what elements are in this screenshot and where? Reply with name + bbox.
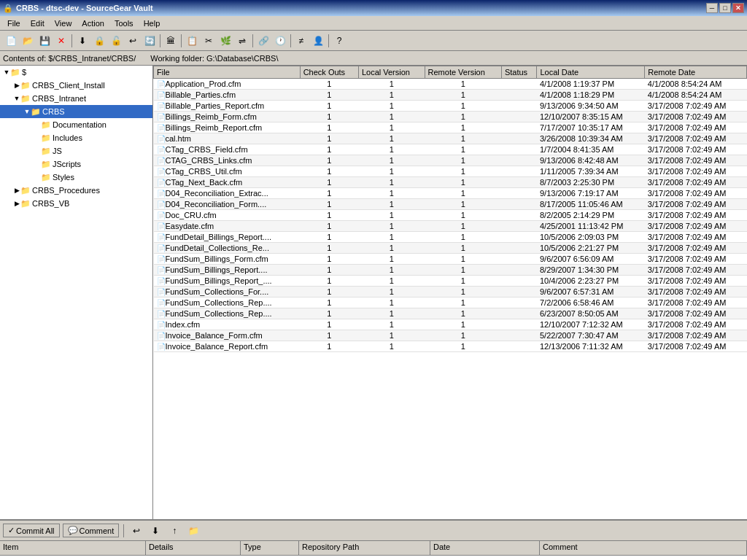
tb-branch-button[interactable]: 🌿	[217, 33, 233, 49]
tb-undo-button[interactable]: ↩	[125, 33, 141, 49]
table-row[interactable]: 📄CTag_CRBS_Field.cfm 1 1 1 1/7/2004 8:41…	[154, 144, 747, 155]
cell-checkouts-5: 1	[300, 133, 358, 144]
file-icon-21: 📄	[157, 310, 166, 318]
file-icon-3: 📄	[157, 113, 166, 121]
tb-copy-button[interactable]: 📋	[184, 33, 200, 49]
col-header-remote-date[interactable]: Remote Date	[645, 66, 747, 79]
table-row[interactable]: 📄FundDetail_Collections_Re... 1 1 1 10/5…	[154, 243, 747, 254]
tb-open-button[interactable]: 📂	[20, 33, 36, 49]
tb-delete-button[interactable]: ✕	[53, 33, 69, 49]
cell-local-date-3: 12/10/2007 8:35:15 AM	[537, 112, 645, 122]
table-row[interactable]: 📄Billable_Parties.cfm 1 1 1 4/1/2008 1:1…	[154, 90, 747, 101]
bottom-btn-1[interactable]: ↩	[128, 523, 144, 539]
tree-item-documentation[interactable]: 📁Documentation	[0, 118, 152, 131]
cell-local-date-21: 6/23/2007 8:50:05 AM	[537, 308, 645, 319]
menu-tools[interactable]: Tools	[110, 18, 138, 29]
table-row[interactable]: 📄Billings_Reimb_Report.cfm 1 1 1 7/17/20…	[154, 122, 747, 133]
tree-item-styles[interactable]: 📁Styles	[0, 171, 152, 184]
table-row[interactable]: 📄FundSum_Billings_Report.... 1 1 1 8/29/…	[154, 265, 747, 276]
cell-file-20: 📄FundSum_Collections_Rep....	[154, 298, 301, 308]
col-header-file[interactable]: File	[154, 66, 301, 79]
menu-action[interactable]: Action	[77, 18, 109, 29]
table-row[interactable]: 📄CTag_Next_Back.cfm 1 1 1 8/7/2003 2:25:…	[154, 177, 747, 188]
minimize-button[interactable]: ─	[706, 3, 718, 13]
cell-remote-7: 1	[425, 155, 501, 166]
tree-item-crbs[interactable]: ▼📁CRBS	[0, 105, 152, 118]
cell-remote-18: 1	[425, 276, 501, 287]
tb-help-button[interactable]: ?	[331, 33, 347, 49]
table-row[interactable]: 📄FundSum_Collections_Rep.... 1 1 1 7/2/2…	[154, 298, 747, 308]
tb-blame-button[interactable]: 👤	[310, 33, 326, 49]
bottom-btn-3[interactable]: ↑	[166, 523, 182, 539]
tree-item-crbs-vb[interactable]: ▶📁CRBS_VB	[0, 197, 152, 210]
cell-file-14: 📄FundDetail_Billings_Report....	[154, 232, 301, 243]
table-row[interactable]: 📄D04_Reconciliation_Extrac... 1 1 1 9/13…	[154, 188, 747, 199]
tree-item-includes[interactable]: 📁Includes	[0, 131, 152, 144]
table-row[interactable]: 📄Billable_Parties_Report.cfm 1 1 1 9/13/…	[154, 101, 747, 112]
cell-file-4: 📄Billings_Reimb_Report.cfm	[154, 122, 301, 133]
tb-history-button[interactable]: 🕐	[272, 33, 288, 49]
col-header-local-ver[interactable]: Local Version	[358, 66, 425, 79]
cell-remote-date-11: 3/17/2008 7:02:49 AM	[645, 199, 747, 210]
tree-item-crbs-procedures[interactable]: ▶📁CRBS_Procedures	[0, 184, 152, 197]
menu-edit[interactable]: Edit	[26, 18, 49, 29]
table-row[interactable]: 📄Invoice_Balance_Form.cfm 1 1 1 5/22/200…	[154, 330, 747, 341]
comment-icon: 💬	[68, 526, 78, 535]
table-row[interactable]: 📄Billings_Reimb_Form.cfm 1 1 1 12/10/200…	[154, 112, 747, 122]
table-row[interactable]: 📄CTAG_CRBS_Links.cfm 1 1 1 9/13/2006 8:4…	[154, 155, 747, 166]
menu-file[interactable]: File	[3, 18, 25, 29]
table-row[interactable]: 📄FundSum_Collections_Rep.... 1 1 1 6/23/…	[154, 308, 747, 319]
tb-vault-btn[interactable]: 🏛	[163, 33, 179, 49]
toggle-crbs-intranet[interactable]: ▼	[13, 95, 20, 102]
menu-help[interactable]: Help	[139, 18, 165, 29]
tb-save-button[interactable]: 💾	[36, 33, 53, 49]
tree-label-js: JS	[53, 147, 62, 155]
table-row[interactable]: 📄cal.htm 1 1 1 3/26/2008 10:39:34 AM 3/1…	[154, 133, 747, 144]
toggle-crbs[interactable]: ▼	[23, 108, 31, 115]
col-header-status[interactable]: Status	[501, 66, 537, 79]
comment-button[interactable]: 💬 Comment	[63, 524, 120, 537]
table-row[interactable]: 📄Application_Prod.cfm 1 1 1 4/1/2008 1:1…	[154, 79, 747, 90]
tb-get-latest-button[interactable]: ⬇	[74, 33, 90, 49]
tb-refresh-button[interactable]: 🔄	[142, 33, 158, 49]
table-row[interactable]: 📄Easydate.cfm 1 1 1 4/25/2001 11:13:42 P…	[154, 221, 747, 232]
tb-check-in-button[interactable]: 🔓	[108, 33, 124, 49]
maximize-button[interactable]: □	[719, 3, 731, 13]
toggle-root-dollar[interactable]: ▼	[3, 69, 10, 76]
cell-status-6	[501, 144, 537, 155]
tb-check-out-button[interactable]: 🔒	[91, 33, 107, 49]
table-row[interactable]: 📄Index.cfm 1 1 1 12/10/2007 7:12:32 AM 3…	[154, 319, 747, 330]
toolbar: 📄 📂 💾 ✕ ⬇ 🔒 🔓 ↩ 🔄 🏛 📋 ✂ 🌿 ⇌ 🔗 🕐 ≠ 👤 ?	[0, 31, 747, 51]
table-row[interactable]: 📄Doc_CRU.cfm 1 1 1 8/2/2005 2:14:29 PM 3…	[154, 210, 747, 221]
col-header-local-date[interactable]: Local Date	[537, 66, 645, 79]
commit-all-button[interactable]: ✓ Commit All	[3, 524, 60, 537]
toggle-crbs-procedures[interactable]: ▶	[13, 187, 20, 194]
toggle-crbs-vb[interactable]: ▶	[13, 200, 20, 207]
tree-item-js[interactable]: 📁JS	[0, 144, 152, 158]
tb-new-button[interactable]: 📄	[3, 33, 19, 49]
bottom-btn-2[interactable]: ⬇	[147, 523, 163, 539]
tb-merge-button[interactable]: ⇌	[234, 33, 250, 49]
table-row[interactable]: 📄FundSum_Billings_Report_.... 1 1 1 10/4…	[154, 276, 747, 287]
toggle-crbs-client[interactable]: ▶	[13, 82, 20, 89]
tb-move-button[interactable]: ✂	[201, 33, 217, 49]
tree-item-crbs-intranet[interactable]: ▼📁CRBS_Intranet	[0, 92, 152, 105]
table-row[interactable]: 📄Invoice_Balance_Report.cfm 1 1 1 12/13/…	[154, 341, 747, 352]
col-header-checkouts[interactable]: Check Outs	[300, 66, 358, 79]
col-header-remote-ver[interactable]: Remote Version	[425, 66, 501, 79]
table-row[interactable]: 📄FundSum_Collections_For.... 1 1 1 9/6/2…	[154, 287, 747, 298]
bottom-btn-4[interactable]: 📁	[185, 523, 201, 539]
table-row[interactable]: 📄FundDetail_Billings_Report.... 1 1 1 10…	[154, 232, 747, 243]
table-row[interactable]: 📄D04_Reconciliation_Form.... 1 1 1 8/17/…	[154, 199, 747, 210]
tb-diff-button[interactable]: ≠	[293, 33, 309, 49]
tree-item-jscripts[interactable]: 📁JScripts	[0, 158, 152, 171]
main-area: ▼📁$▶📁CRBS_Client_Install▼📁CRBS_Intranet▼…	[0, 66, 747, 519]
table-row[interactable]: 📄FundSum_Billings_Form.cfm 1 1 1 9/6/200…	[154, 254, 747, 265]
cell-status-14	[501, 232, 537, 243]
tree-item-crbs-client[interactable]: ▶📁CRBS_Client_Install	[0, 79, 152, 92]
menu-view[interactable]: View	[50, 18, 77, 29]
tree-item-root-dollar[interactable]: ▼📁$	[0, 66, 152, 79]
tb-share-button[interactable]: 🔗	[255, 33, 271, 49]
table-row[interactable]: 📄CTag_CRBS_Util.cfm 1 1 1 1/11/2005 7:39…	[154, 166, 747, 177]
close-button[interactable]: ✕	[732, 3, 744, 13]
